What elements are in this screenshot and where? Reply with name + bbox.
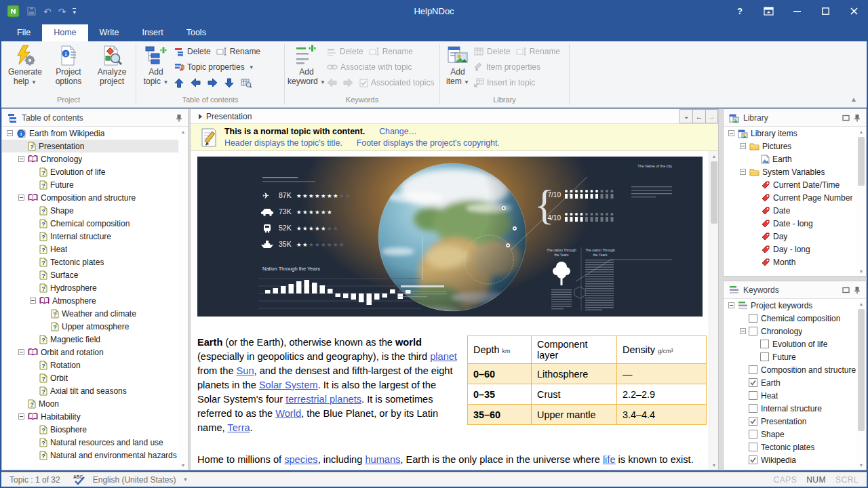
keywords-scrollbar[interactable]: ▲ ▼: [856, 299, 866, 470]
topic-link[interactable]: Sun: [237, 365, 254, 376]
toc-tree-item[interactable]: ?Chemical composition: [2, 217, 178, 230]
expander-minus-icon[interactable]: [740, 169, 749, 175]
topic-link[interactable]: Terra: [227, 422, 250, 433]
expander-minus-icon[interactable]: [740, 143, 749, 149]
keywords-tree-item[interactable]: Chronology: [724, 325, 856, 338]
expander-minus-icon[interactable]: [7, 130, 16, 136]
keyword-checkbox[interactable]: [749, 327, 757, 336]
keyword-checkbox[interactable]: [749, 391, 757, 400]
move-topic-up-button[interactable]: [174, 78, 184, 88]
tab-file[interactable]: File: [5, 24, 42, 41]
expander-minus-icon[interactable]: [18, 413, 27, 420]
keyword-checkbox[interactable]: [749, 417, 757, 426]
toc-delete-button[interactable]: Delete: [174, 47, 211, 56]
keywords-tree-item[interactable]: Chemical composition: [724, 312, 856, 325]
analyze-project-button[interactable]: Analyze project: [91, 43, 133, 86]
keywords-tree-item[interactable]: Composition and structure: [724, 363, 856, 376]
toc-tree-item[interactable]: ?Heat: [2, 243, 178, 256]
keyword-checkbox[interactable]: [760, 352, 769, 361]
editor-scrollbar[interactable]: ▲ ▼: [709, 151, 718, 470]
collapse-ribbon-button[interactable]: ▲: [850, 96, 857, 103]
toc-tree-item[interactable]: ?Upper atmosphere: [2, 320, 178, 333]
toc-tree-item[interactable]: Orbit and rotation: [2, 346, 178, 359]
expander-minus-icon[interactable]: [728, 302, 737, 308]
expander-minus-icon[interactable]: [728, 130, 737, 136]
keyword-checkbox[interactable]: [749, 365, 757, 374]
restore-panel-icon[interactable]: [842, 115, 850, 121]
close-button[interactable]: [840, 0, 868, 22]
move-topic-down-button[interactable]: [224, 78, 234, 88]
redo-icon[interactable]: ↷: [58, 6, 66, 17]
toc-tree-item[interactable]: ?Presentation: [2, 140, 178, 152]
keywords-tree-item[interactable]: Internal structure: [724, 402, 856, 415]
keyword-checkbox[interactable]: [749, 378, 757, 387]
minimize-button[interactable]: [783, 0, 811, 22]
move-topic-right-button[interactable]: [208, 78, 218, 87]
pin-icon[interactable]: [854, 286, 861, 294]
quick-access-toolbar-arrow-icon[interactable]: ▾: [73, 8, 76, 15]
toc-tree-item[interactable]: ?Biosphere: [2, 423, 178, 436]
keyword-checkbox[interactable]: [760, 340, 769, 348]
library-tree-item[interactable]: Library items: [724, 127, 856, 140]
keyword-checkbox[interactable]: [749, 430, 757, 439]
library-tree-item[interactable]: Pictures: [724, 140, 856, 152]
keywords-tree-item[interactable]: Evolution of life: [724, 338, 856, 350]
topic-link[interactable]: World: [275, 408, 301, 419]
toc-tree-item[interactable]: ?Rotation: [2, 359, 178, 371]
pin-icon[interactable]: [176, 114, 182, 122]
help-button[interactable]: ?: [726, 0, 754, 22]
toc-tree-item[interactable]: ?Orbit: [2, 371, 178, 384]
language-dropdown-arrow-icon[interactable]: ▼: [182, 476, 188, 483]
topic-link[interactable]: species: [284, 454, 317, 465]
undo-icon[interactable]: ↶: [43, 6, 52, 17]
tab-write[interactable]: Write: [88, 24, 131, 41]
add-item-button[interactable]: Add item ▼: [443, 43, 473, 87]
toc-tree-item[interactable]: ?Surface: [2, 268, 178, 281]
library-tree-item[interactable]: Date - long: [724, 217, 856, 230]
toc-tree-item[interactable]: iEarth from Wikipedia: [2, 127, 178, 140]
toc-tree-item[interactable]: Atmosphere: [2, 294, 178, 307]
expander-minus-icon[interactable]: [18, 195, 27, 201]
expander-minus-icon[interactable]: [30, 298, 39, 304]
topic-link[interactable]: Solar System: [259, 380, 318, 390]
toc-tree-item[interactable]: Chronology: [2, 152, 178, 165]
reorder-topics-button[interactable]: [241, 78, 252, 88]
toc-tree-item[interactable]: ?Tectonic plates: [2, 256, 178, 268]
toc-tree-item[interactable]: ?Shape: [2, 204, 178, 217]
topic-link[interactable]: life: [603, 454, 616, 465]
tab-insert[interactable]: Insert: [130, 24, 174, 41]
toc-tree-item[interactable]: ?Future: [2, 178, 178, 191]
banner-change-link[interactable]: Change…: [379, 127, 417, 136]
library-scrollbar[interactable]: ▲ ▼: [856, 127, 866, 276]
keywords-tree-item[interactable]: Heat: [724, 389, 856, 402]
keywords-tree-item[interactable]: Tectonic plates: [724, 441, 856, 453]
ribbon-display-options-button[interactable]: [754, 0, 783, 22]
library-tree-item[interactable]: Current Page Number: [724, 191, 856, 204]
library-tree-item[interactable]: Earth: [724, 152, 856, 165]
keywords-tree-item[interactable]: Wikipedia: [724, 453, 856, 466]
toc-rename-button[interactable]: Rename: [216, 47, 260, 56]
library-tree-item[interactable]: Current Date/Time: [724, 178, 856, 191]
toc-tree-item[interactable]: ?Moon: [2, 397, 178, 410]
library-tree-item[interactable]: Day: [724, 230, 856, 243]
toc-tree-item[interactable]: ?Internal structure: [2, 230, 178, 243]
keywords-tree-item[interactable]: Presentation: [724, 415, 856, 428]
toc-tree-item[interactable]: ?Axial tilt and seasons: [2, 384, 178, 397]
expander-minus-icon[interactable]: [740, 328, 749, 334]
navigate-back-button[interactable]: ←: [692, 109, 705, 123]
topic-properties-button[interactable]: Topic properties ▼: [174, 62, 254, 72]
keyword-checkbox[interactable]: [749, 404, 757, 413]
keywords-tree-item[interactable]: Earth: [724, 376, 856, 389]
add-topic-button[interactable]: Add topic ▼: [139, 43, 173, 87]
expander-minus-icon[interactable]: [18, 156, 27, 162]
toc-tree-item[interactable]: ?Magnetic field: [2, 333, 178, 346]
spellcheck-icon[interactable]: ABC: [73, 474, 86, 485]
keyword-checkbox[interactable]: [749, 314, 757, 323]
earth-infographic-image[interactable]: ✈87K★★★★★★★★★73K★★★★★★52K★★★★★★★35K★★★★★…: [197, 157, 703, 317]
toc-tree-item[interactable]: Habitability: [2, 410, 178, 423]
project-options-button[interactable]: i Project options: [47, 43, 90, 86]
expander-minus-icon[interactable]: [18, 349, 27, 355]
topic-link[interactable]: terrestrial planets: [285, 394, 361, 405]
library-tree-item[interactable]: System Variables: [724, 165, 856, 178]
toc-tree-item[interactable]: Composition and structure: [2, 191, 178, 204]
